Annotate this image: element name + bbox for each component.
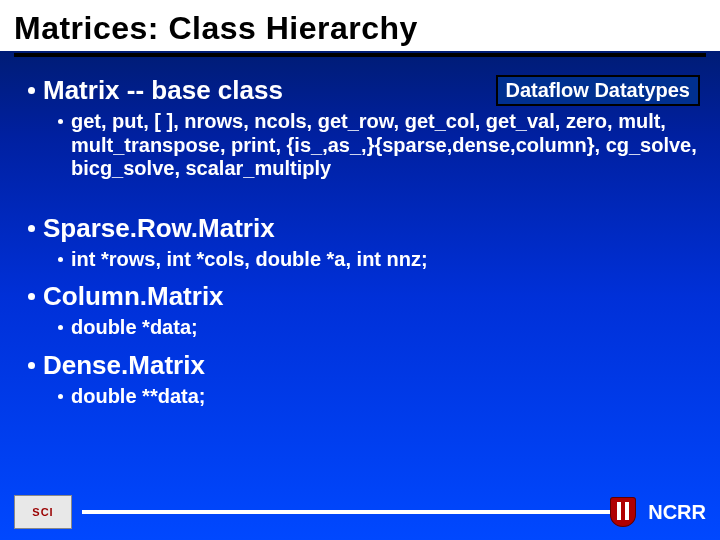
footer: SCI NCRR <box>0 490 720 540</box>
bullet-dense-text: Dense.Matrix <box>43 350 205 381</box>
bullet-dot-icon <box>28 362 35 369</box>
bullet-column: Column.Matrix <box>28 281 700 312</box>
slide-title: Matrices: Class Hierarchy <box>0 0 720 51</box>
subbullet-sparse-text: int *rows, int *cols, double *a, int nnz… <box>71 248 428 272</box>
bullet-matrix: Matrix -- base class <box>28 75 283 106</box>
footer-rule <box>82 510 614 514</box>
subbullet-dot-icon <box>58 394 63 399</box>
subbullet-matrix: get, put, [ ], nrows, ncols, get_row, ge… <box>58 110 700 181</box>
subbullet-dot-icon <box>58 325 63 330</box>
bullet-dot-icon <box>28 87 35 94</box>
bullet-dot-icon <box>28 225 35 232</box>
subbullet-sparse: int *rows, int *cols, double *a, int nnz… <box>58 248 700 272</box>
bullet-dense: Dense.Matrix <box>28 350 700 381</box>
subbullet-matrix-text: get, put, [ ], nrows, ncols, get_row, ge… <box>71 110 700 181</box>
bullet-sparse-text: Sparse.Row.Matrix <box>43 213 275 244</box>
subbullet-column-text: double *data; <box>71 316 198 340</box>
subbullet-dot-icon <box>58 119 63 124</box>
sci-logo: SCI <box>14 495 72 529</box>
slide-body: Matrix -- base class Dataflow Datatypes … <box>0 57 720 487</box>
crest-icon <box>610 497 636 527</box>
bullet-sparse: Sparse.Row.Matrix <box>28 213 700 244</box>
bullet-column-text: Column.Matrix <box>43 281 224 312</box>
subbullet-dense: double **data; <box>58 385 700 409</box>
bullet-dot-icon <box>28 293 35 300</box>
first-row: Matrix -- base class Dataflow Datatypes <box>28 75 700 106</box>
subbullet-dot-icon <box>58 257 63 262</box>
subbullet-column: double *data; <box>58 316 700 340</box>
callout-box: Dataflow Datatypes <box>496 75 701 106</box>
subbullet-dense-text: double **data; <box>71 385 205 409</box>
bullet-matrix-text: Matrix -- base class <box>43 75 283 106</box>
footer-label: NCRR <box>648 501 706 524</box>
